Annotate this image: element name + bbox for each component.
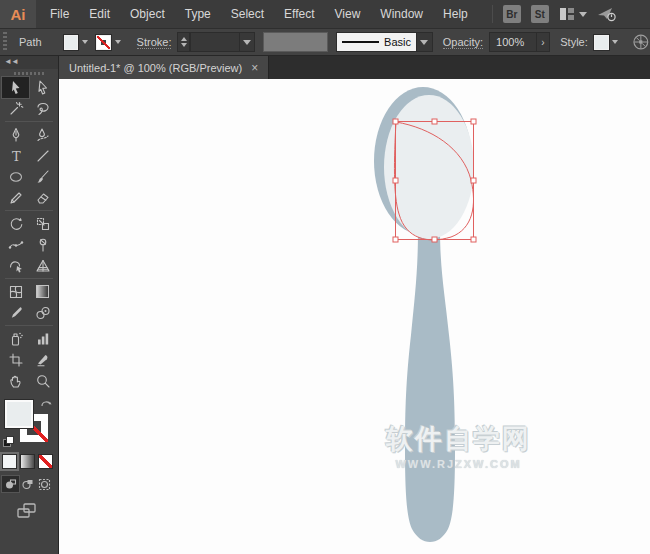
fill-color-swatch[interactable]: [64, 35, 79, 50]
menu-window[interactable]: Window: [370, 0, 433, 28]
panel-drag-handle[interactable]: [3, 32, 7, 52]
stroke-weight-stepper[interactable]: [177, 32, 190, 52]
main-menu: File Edit Object Type Select Effect View…: [40, 0, 478, 28]
mesh-tool[interactable]: [2, 281, 29, 302]
stroke-chevron-down-icon[interactable]: [111, 34, 125, 51]
opacity-popout-arrow[interactable]: ›: [537, 32, 551, 52]
document-tab[interactable]: Untitled-1* @ 100% (RGB/Preview) ×: [59, 56, 269, 79]
workspace-layout-icon: [559, 7, 575, 21]
chevron-down-icon: [579, 12, 587, 17]
draw-behind-button[interactable]: [19, 476, 36, 492]
brush-definition-dropdown[interactable]: Basic: [336, 32, 417, 52]
illustrator-window: Ai File Edit Object Type Select Effect V…: [0, 0, 650, 554]
eyedropper-tool[interactable]: [2, 302, 29, 323]
type-tool[interactable]: T: [2, 145, 29, 166]
selection-type-label: Path: [19, 36, 42, 48]
spoon-bowl-highlight[interactable]: [384, 95, 474, 239]
control-bar: Path Stroke: Basic Opacity: 100% › Style…: [0, 28, 650, 56]
document-area: Untitled-1* @ 100% (RGB/Preview) ×: [59, 56, 650, 554]
workspace-switcher[interactable]: [559, 7, 587, 21]
style-label: Style:: [560, 36, 588, 48]
options-wheel-icon[interactable]: [632, 33, 650, 51]
draw-normal-button[interactable]: [2, 476, 19, 492]
opacity-label[interactable]: Opacity:: [443, 36, 483, 49]
menu-edit[interactable]: Edit: [79, 0, 120, 28]
stroke-color-swatch[interactable]: [96, 35, 111, 50]
paintbrush-tool[interactable]: [29, 166, 56, 187]
hand-tool[interactable]: [2, 370, 29, 391]
draw-mode-buttons: [2, 476, 53, 492]
variable-width-dropdown: [263, 32, 328, 52]
stroke-weight-chevron-down-icon[interactable]: [240, 32, 256, 52]
symbol-sprayer-tool[interactable]: [2, 328, 29, 349]
zoom-tool[interactable]: [29, 370, 56, 391]
fill-chevron-down-icon[interactable]: [78, 34, 92, 51]
stock-button[interactable]: St: [531, 5, 549, 23]
perspective-grid-tool[interactable]: [29, 255, 56, 276]
artboard-canvas[interactable]: 软件自学网 WWW.RJZXW.COM: [59, 79, 650, 554]
fill-color-indicator[interactable]: [5, 400, 33, 428]
spoon-artwork[interactable]: [59, 79, 649, 554]
brush-chevron-down-icon[interactable]: [417, 32, 433, 52]
width-tool[interactable]: [2, 234, 29, 255]
menu-bar: Ai File Edit Object Type Select Effect V…: [0, 0, 650, 28]
rotate-tool[interactable]: [2, 213, 29, 234]
curvature-tool[interactable]: [29, 124, 56, 145]
lasso-tool[interactable]: [29, 98, 56, 119]
ellipse-tool[interactable]: [2, 166, 29, 187]
direct-selection-tool[interactable]: [29, 77, 56, 98]
default-fill-stroke-icon[interactable]: [3, 434, 16, 447]
gpu-performance-icon[interactable]: [597, 6, 617, 22]
gradient-tool[interactable]: [29, 281, 56, 302]
artboard-tool[interactable]: [2, 349, 29, 370]
tools-collapse-button[interactable]: ◄◄: [0, 56, 58, 69]
magic-wand-tool[interactable]: [2, 98, 29, 119]
style-chevron-down-icon[interactable]: [609, 34, 623, 51]
scale-tool[interactable]: [29, 213, 56, 234]
document-tab-title: Untitled-1* @ 100% (RGB/Preview): [69, 62, 242, 74]
spoon-handle[interactable]: [405, 229, 455, 542]
blend-tool[interactable]: [29, 302, 56, 323]
gradient-button[interactable]: [20, 454, 35, 469]
app-logo: Ai: [0, 0, 36, 28]
menu-select[interactable]: Select: [221, 0, 274, 28]
tools-panel: ◄◄ T: [0, 56, 59, 554]
swap-fill-stroke-icon[interactable]: [40, 398, 53, 410]
menubar-separator: [492, 5, 493, 23]
menu-help[interactable]: Help: [433, 0, 478, 28]
fill-stroke-widget: [3, 398, 51, 445]
document-tab-bar: Untitled-1* @ 100% (RGB/Preview) ×: [59, 56, 650, 79]
column-graph-tool[interactable]: [29, 328, 56, 349]
stroke-weight-label[interactable]: Stroke:: [137, 36, 172, 49]
draw-inside-button[interactable]: [36, 476, 53, 492]
brush-name: Basic: [384, 36, 411, 48]
shape-builder-tool[interactable]: [2, 255, 29, 276]
none-button[interactable]: [38, 454, 53, 469]
screen-mode-icon: [16, 502, 38, 520]
selection-tool[interactable]: [2, 77, 29, 98]
color-button[interactable]: [2, 454, 17, 469]
line-segment-tool[interactable]: [29, 145, 56, 166]
tab-close-icon[interactable]: ×: [251, 62, 258, 74]
stroke-weight-input[interactable]: [190, 32, 239, 52]
menu-file[interactable]: File: [40, 0, 79, 28]
svg-text:T: T: [12, 148, 21, 163]
pencil-tool[interactable]: [2, 187, 29, 208]
tools-drag-handle[interactable]: [14, 72, 44, 75]
bridge-button[interactable]: Br: [503, 5, 521, 23]
pen-tool[interactable]: [2, 124, 29, 145]
brush-stroke-preview: [342, 41, 379, 43]
free-transform-tool[interactable]: [29, 234, 56, 255]
slice-tool[interactable]: [29, 349, 56, 370]
menu-object[interactable]: Object: [120, 0, 175, 28]
opacity-input[interactable]: 100%: [489, 32, 536, 52]
eraser-tool[interactable]: [29, 187, 56, 208]
color-type-buttons: [2, 454, 53, 469]
menu-effect[interactable]: Effect: [274, 0, 324, 28]
menu-view[interactable]: View: [325, 0, 371, 28]
style-swatch[interactable]: [594, 35, 609, 50]
screen-mode-button[interactable]: [16, 502, 38, 522]
menu-type[interactable]: Type: [175, 0, 221, 28]
